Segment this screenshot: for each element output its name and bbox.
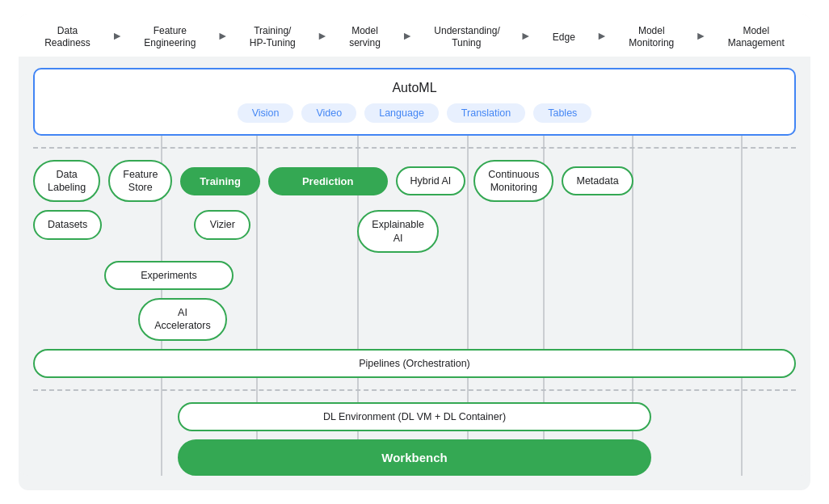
components-row2: Datasets Vizier ExplainableAI xyxy=(33,210,796,253)
feature-store-component: FeatureStore xyxy=(108,160,172,203)
data-labeling-component: DataLabeling xyxy=(33,160,100,203)
components-row4: AIAccelerators xyxy=(33,298,796,341)
pipeline-step-data-readiness: DataReadiness xyxy=(44,25,90,50)
components-row3: Experiments xyxy=(33,261,796,290)
automl-pill-video: Video xyxy=(301,103,356,123)
prediction-component: Prediction xyxy=(268,167,388,195)
training-component: Training xyxy=(180,167,260,195)
pipelines-component: Pipelines (Orchestration) xyxy=(33,349,796,378)
metadata-component: Metadata xyxy=(562,166,633,195)
vizier-component: Vizier xyxy=(194,210,250,239)
automl-title: AutoML xyxy=(49,81,780,95)
bottom-section: DL Environment (DL VM + DL Container) Wo… xyxy=(33,402,796,476)
automl-pills: Vision Video Language Translation Tables xyxy=(49,103,780,123)
ai-accelerators-component: AIAccelerators xyxy=(138,298,227,341)
arrow-icon: ► xyxy=(402,29,413,42)
automl-pill-translation: Translation xyxy=(447,103,525,123)
automl-pill-language: Language xyxy=(364,103,439,123)
pipeline-step-model-serving: Modelserving xyxy=(349,25,381,50)
datasets-component: Datasets xyxy=(33,210,102,239)
arrow-icon: ► xyxy=(696,29,707,42)
explainable-ai-spacer: ExplainableAI xyxy=(357,210,439,253)
dashed-separator-bottom xyxy=(33,389,796,391)
explainable-ai-component: ExplainableAI xyxy=(357,210,439,253)
pipeline-step-training: Training/HP-Tuning xyxy=(250,25,296,50)
automl-section: AutoML Vision Video Language Translation… xyxy=(33,68,796,136)
workbench-row: Workbench xyxy=(33,439,796,476)
components-row1: DataLabeling FeatureStore Training Predi… xyxy=(33,160,796,203)
dl-environment-component: DL Environment (DL VM + DL Container) xyxy=(178,402,650,431)
automl-pill-vision: Vision xyxy=(238,103,294,123)
pipeline-header: DataReadiness ► FeatureEngineering ► Tra… xyxy=(19,14,810,50)
arrow-icon: ► xyxy=(317,29,328,42)
pipeline-step-model-management: ModelManagement xyxy=(728,25,785,50)
dl-env-row: DL Environment (DL VM + DL Container) xyxy=(33,402,796,431)
arrow-icon: ► xyxy=(596,29,608,42)
arrow-icon: ► xyxy=(112,29,123,42)
main-area: AutoML Vision Video Language Translation… xyxy=(19,68,810,476)
arrow-icon: ► xyxy=(520,29,532,42)
ai-accelerators-spacer: AIAccelerators xyxy=(138,298,227,341)
dashed-separator-top xyxy=(33,147,796,149)
continuous-monitoring-component: ContinuousMonitoring xyxy=(473,160,553,203)
experiments-component: Experiments xyxy=(104,261,234,290)
pipeline-step-understanding: Understanding/Tuning xyxy=(434,25,499,50)
pipeline-step-edge: Edge xyxy=(553,32,575,44)
pipelines-row: Pipelines (Orchestration) xyxy=(33,349,796,378)
experiments-spacer: Experiments xyxy=(104,261,234,290)
vizier-spacer: Vizier xyxy=(194,210,250,239)
pipeline-step-model-monitoring: ModelMonitoring xyxy=(629,25,674,50)
workbench-component: Workbench xyxy=(178,439,650,476)
hybrid-ai-component: Hybrid AI xyxy=(396,166,466,195)
automl-pill-tables: Tables xyxy=(533,103,591,123)
components-area: DataLabeling FeatureStore Training Predi… xyxy=(33,160,796,378)
arrow-icon: ► xyxy=(217,29,229,42)
pipeline-step-feature-engineering: FeatureEngineering xyxy=(144,25,196,50)
